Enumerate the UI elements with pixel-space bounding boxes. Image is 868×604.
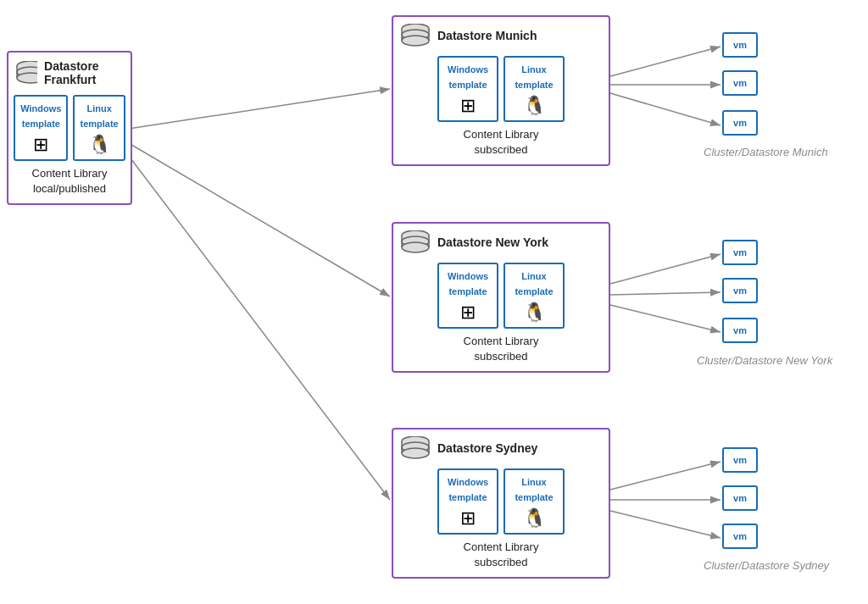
munich-vm-1-label: vm bbox=[733, 40, 747, 50]
svg-line-7 bbox=[610, 254, 721, 284]
munich-footer: Content Library subscribed bbox=[400, 127, 602, 158]
windows-icon-newyork: ⊞ bbox=[444, 302, 492, 324]
windows-icon-frankfurt: ⊞ bbox=[20, 134, 61, 156]
newyork-templates: Windows template ⊞ Linux template 🐧 bbox=[400, 263, 602, 329]
newyork-footer: Content Library subscribed bbox=[400, 334, 602, 364]
sydney-windows-label: Windows template bbox=[448, 477, 488, 502]
munich-footer-line2: subscribed bbox=[475, 143, 528, 156]
sydney-footer: Content Library subscribed bbox=[400, 540, 602, 570]
svg-line-1 bbox=[123, 89, 390, 130]
munich-cluster-label: Cluster/Datastore Munich bbox=[704, 146, 828, 158]
newyork-footer-line1: Content Library bbox=[464, 335, 539, 347]
sydney-box: Datastore Sydney Windows template ⊞ Linu… bbox=[392, 428, 610, 579]
sydney-templates: Windows template ⊞ Linux template 🐧 bbox=[400, 468, 602, 535]
munich-vm-3-label: vm bbox=[733, 118, 747, 128]
frankfurt-windows-label: Windows template bbox=[20, 103, 61, 129]
frankfurt-title: Datastore Frankfurt bbox=[44, 59, 124, 86]
newyork-windows-card: Windows template ⊞ bbox=[437, 263, 498, 329]
sydney-vm-1-label: vm bbox=[733, 455, 747, 465]
frankfurt-windows-card: Windows template ⊞ bbox=[14, 95, 68, 161]
linux-icon-munich: 🐧 bbox=[510, 95, 558, 117]
frankfurt-box: Datastore Frankfurt Windows template ⊞ L… bbox=[7, 51, 132, 205]
sydney-vm-3-label: vm bbox=[733, 531, 747, 541]
newyork-linux-label: Linux template bbox=[515, 271, 553, 296]
linux-icon-newyork: 🐧 bbox=[510, 302, 558, 324]
sydney-cluster-label: Cluster/Datastore Sydney bbox=[704, 559, 829, 572]
munich-title: Datastore Munich bbox=[437, 29, 537, 42]
sydney-vm-2-label: vm bbox=[733, 493, 747, 503]
munich-windows-label: Windows template bbox=[448, 64, 488, 90]
svg-point-22 bbox=[402, 36, 429, 46]
svg-line-8 bbox=[610, 292, 721, 295]
munich-vm-2-label: vm bbox=[733, 78, 747, 88]
munich-templates: Windows template ⊞ Linux template 🐧 bbox=[400, 56, 602, 122]
linux-icon-sydney: 🐧 bbox=[510, 507, 558, 529]
munich-linux-label: Linux template bbox=[515, 64, 553, 90]
newyork-header: Datastore New York bbox=[400, 230, 602, 258]
frankfurt-linux-card: Linux template 🐧 bbox=[73, 95, 125, 161]
linux-icon-frankfurt: 🐧 bbox=[80, 134, 118, 156]
munich-footer-line1: Content Library bbox=[464, 128, 539, 141]
svg-line-9 bbox=[610, 305, 721, 332]
frankfurt-templates: Windows template ⊞ Linux template 🐧 bbox=[15, 95, 124, 161]
frankfurt-footer-line1: Content Library bbox=[32, 167, 108, 180]
svg-line-6 bbox=[610, 93, 721, 125]
munich-vm-3: vm bbox=[722, 110, 758, 136]
windows-icon-munich: ⊞ bbox=[444, 95, 492, 117]
diagram: Datastore Frankfurt Windows template ⊞ L… bbox=[0, 0, 868, 604]
sydney-footer-line2: subscribed bbox=[475, 556, 528, 568]
sydney-windows-card: Windows template ⊞ bbox=[437, 468, 498, 535]
frankfurt-linux-label: Linux template bbox=[80, 103, 118, 129]
newyork-title: Datastore New York bbox=[437, 236, 548, 249]
db-icon-frankfurt bbox=[15, 61, 37, 88]
svg-point-16 bbox=[17, 73, 37, 83]
svg-line-12 bbox=[610, 511, 721, 538]
db-icon-sydney bbox=[400, 436, 431, 463]
munich-box: Datastore Munich Windows template ⊞ Linu… bbox=[392, 15, 610, 166]
newyork-cluster-label: Cluster/Datastore New York bbox=[697, 354, 832, 367]
newyork-vm-1-label: vm bbox=[733, 247, 747, 258]
newyork-linux-card: Linux template 🐧 bbox=[504, 263, 565, 329]
sydney-vm-1: vm bbox=[722, 447, 758, 473]
munich-vm-1: vm bbox=[722, 32, 758, 58]
munich-linux-card: Linux template 🐧 bbox=[504, 56, 565, 122]
sydney-linux-card: Linux template 🐧 bbox=[504, 468, 565, 535]
svg-line-4 bbox=[610, 47, 721, 76]
svg-line-2 bbox=[123, 140, 390, 296]
sydney-header: Datastore Sydney bbox=[400, 436, 602, 463]
sydney-footer-line1: Content Library bbox=[464, 540, 539, 553]
db-icon-munich bbox=[400, 24, 431, 51]
svg-point-28 bbox=[402, 242, 429, 252]
sydney-vm-3: vm bbox=[722, 524, 758, 549]
newyork-vm-3-label: vm bbox=[733, 325, 747, 335]
sydney-linux-label: Linux template bbox=[515, 477, 553, 502]
svg-line-10 bbox=[610, 462, 721, 490]
frankfurt-footer-line2: local/published bbox=[33, 182, 106, 195]
frankfurt-footer: Content Library local/published bbox=[15, 166, 124, 197]
sydney-title: Datastore Sydney bbox=[437, 441, 537, 455]
sydney-vm-2: vm bbox=[722, 485, 758, 511]
newyork-windows-label: Windows template bbox=[448, 271, 488, 296]
munich-windows-card: Windows template ⊞ bbox=[437, 56, 498, 122]
newyork-vm-2-label: vm bbox=[733, 285, 747, 296]
newyork-vm-1: vm bbox=[722, 240, 758, 265]
newyork-vm-2: vm bbox=[722, 278, 758, 303]
newyork-footer-line2: subscribed bbox=[475, 350, 528, 363]
newyork-vm-3: vm bbox=[722, 318, 758, 343]
db-icon-newyork bbox=[400, 230, 431, 258]
frankfurt-header: Datastore Frankfurt bbox=[15, 59, 124, 90]
svg-line-3 bbox=[123, 148, 390, 500]
windows-icon-sydney: ⊞ bbox=[444, 507, 492, 529]
newyork-box: Datastore New York Windows template ⊞ Li… bbox=[392, 222, 610, 373]
munich-header: Datastore Munich bbox=[400, 24, 602, 51]
svg-point-34 bbox=[402, 448, 429, 458]
munich-vm-2: vm bbox=[722, 70, 758, 96]
